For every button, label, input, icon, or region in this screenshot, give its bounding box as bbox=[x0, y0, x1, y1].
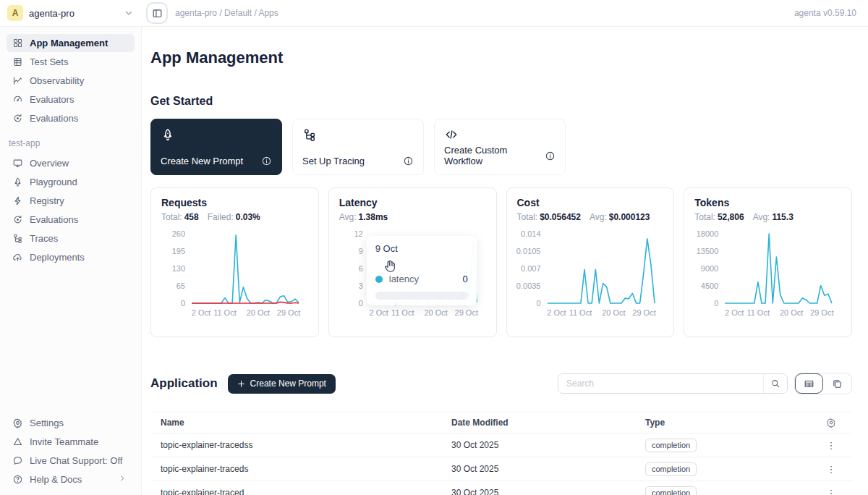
row-menu-button[interactable]: ⋮ bbox=[827, 440, 836, 451]
info-icon[interactable] bbox=[261, 156, 272, 166]
application-header: Application Create New Prompt bbox=[150, 366, 852, 401]
metric-title: Latency bbox=[339, 197, 486, 208]
sidebar-item-overview[interactable]: Overview bbox=[7, 154, 135, 172]
gauge-icon bbox=[12, 94, 23, 105]
search-button[interactable] bbox=[763, 374, 787, 393]
date-modified-cell: 30 Oct 2025 bbox=[451, 464, 645, 474]
get-started-card-label: Create New Prompt bbox=[161, 156, 243, 166]
chart-x-axis: 2 Oct11 Oct20 Oct29 Oct bbox=[368, 306, 484, 317]
sidebar-item-observability[interactable]: Observability bbox=[7, 72, 135, 90]
page-title: App Management bbox=[150, 48, 852, 67]
row-menu-button[interactable]: ⋮ bbox=[827, 488, 836, 495]
sidebar-bottom-nav: SettingsInvite TeammateLive Chat Support… bbox=[7, 414, 135, 489]
metric-stat: Total:52,806 bbox=[694, 212, 744, 222]
sidebar-item-label: Help & Docs bbox=[30, 474, 111, 485]
chart-x-axis: 2 Oct11 Oct20 Oct29 Oct bbox=[546, 306, 662, 317]
chart-plot-requests[interactable] bbox=[190, 231, 306, 306]
metric-stats: Total:$0.056452Avg:$0.000123 bbox=[517, 212, 664, 222]
sidebar-item-evaluations[interactable]: Evaluations bbox=[7, 211, 135, 229]
workspace-selector[interactable]: A agenta-pro bbox=[0, 5, 142, 21]
metric-title: Cost bbox=[517, 197, 664, 208]
sidebar-item-label: Registry bbox=[30, 195, 129, 206]
sidebar-item-registry[interactable]: Registry bbox=[7, 192, 135, 210]
metric-stat: Total:$0.056452 bbox=[517, 212, 581, 222]
chart-y-axis: 1800013500900045000 bbox=[694, 231, 723, 306]
get-started-cards: Create New PromptSet Up TracingCreate Cu… bbox=[150, 119, 852, 175]
metric-stats: Total:52,806Avg:115.3 bbox=[694, 212, 841, 222]
chart-plot-cost[interactable] bbox=[546, 231, 662, 306]
chart-x-axis: 2 Oct11 Oct20 Oct29 Oct bbox=[723, 306, 839, 317]
info-icon[interactable] bbox=[545, 151, 556, 161]
tooltip-footer bbox=[375, 292, 468, 300]
gear-icon bbox=[12, 418, 23, 428]
table-row[interactable]: topic-explainer-traced30 Oct 2025complet… bbox=[150, 481, 852, 495]
column-header-name: Name bbox=[150, 417, 451, 428]
panel-left-icon bbox=[152, 8, 163, 19]
chart-y-axis: 129630 bbox=[339, 231, 368, 306]
search-input[interactable] bbox=[558, 374, 763, 393]
breadcrumb[interactable]: agenta-pro / Default / Apps bbox=[175, 8, 278, 18]
chart-y-axis: 0.0140.01050.0070.00350 bbox=[517, 231, 546, 306]
sidebar-item-deployments[interactable]: Deployments bbox=[7, 248, 135, 266]
get-started-card-set-up-tracing[interactable]: Set Up Tracing bbox=[292, 119, 424, 175]
tooltip-series-row: latency0 bbox=[375, 274, 468, 284]
workspace-name: agenta-pro bbox=[29, 8, 119, 19]
table-settings-button[interactable] bbox=[810, 417, 852, 428]
main-content: App Management Get Started Create New Pr… bbox=[142, 27, 868, 495]
sidebar-item-test-sets[interactable]: Test Sets bbox=[7, 53, 135, 71]
metric-stats: Total:458Failed:0.03% bbox=[161, 212, 308, 222]
type-cell: completion bbox=[645, 439, 810, 452]
trace-icon bbox=[12, 233, 23, 244]
rocket-icon bbox=[161, 127, 175, 142]
sidebar-item-live-chat-support-off[interactable]: Live Chat Support: Off bbox=[7, 452, 135, 470]
type-cell: completion bbox=[645, 462, 810, 476]
create-new-prompt-button[interactable]: Create New Prompt bbox=[228, 374, 336, 394]
sidebar-item-playground[interactable]: Playground bbox=[7, 173, 135, 191]
get-started-card-create-new-prompt[interactable]: Create New Prompt bbox=[150, 119, 282, 175]
tooltip-series-name: latency bbox=[389, 274, 419, 284]
metric-card-requests: RequestsTotal:458Failed:0.03%26019513065… bbox=[150, 187, 319, 337]
get-started-title: Get Started bbox=[150, 95, 852, 108]
sidebar-item-label: Invite Teammate bbox=[30, 436, 129, 447]
sidebar-item-evaluators[interactable]: Evaluators bbox=[7, 90, 135, 109]
date-modified-cell: 30 Oct 2025 bbox=[451, 488, 645, 495]
table-row[interactable]: topic-explainer-tracedss30 Oct 2025compl… bbox=[150, 433, 852, 457]
refresh-dot-icon bbox=[12, 214, 23, 225]
table-row[interactable]: topic-explainer-traceds30 Oct 2025comple… bbox=[150, 457, 852, 481]
metric-card-cost: CostTotal:$0.056452Avg:$0.0001230.0140.0… bbox=[506, 187, 675, 337]
sidebar-item-help-docs[interactable]: Help & Docs bbox=[7, 470, 135, 488]
sidebar-item-settings[interactable]: Settings bbox=[7, 414, 135, 432]
chevron-right-icon bbox=[118, 474, 129, 485]
chevron-down-icon bbox=[124, 9, 133, 17]
sidebar-toggle-button[interactable] bbox=[149, 5, 165, 21]
sidebar-item-label: Test Sets bbox=[30, 56, 129, 67]
app-version: agenta v0.59.10 bbox=[794, 8, 868, 18]
tooltip-date: 9 Oct bbox=[375, 243, 468, 254]
sidebar-main-nav: App ManagementTest SetsObservabilityEval… bbox=[7, 34, 135, 127]
sidebar-item-traces[interactable]: Traces bbox=[7, 229, 135, 248]
sidebar-item-evaluations[interactable]: Evaluations bbox=[7, 109, 135, 127]
application-title: Application bbox=[150, 376, 218, 391]
app-name-cell: topic-explainer-tracedss bbox=[150, 440, 451, 450]
sidebar-item-label: Settings bbox=[30, 418, 129, 428]
sidebar-project-label: test-app bbox=[9, 138, 135, 148]
refresh-dot-icon bbox=[12, 113, 23, 124]
info-icon[interactable] bbox=[403, 156, 414, 166]
get-started-card-create-custom-workflow[interactable]: Create Custom Workflow bbox=[434, 119, 566, 175]
search-box bbox=[558, 373, 788, 394]
metric-card-latency: LatencyAvg:1.38ms1296302 Oct11 Oct20 Oct… bbox=[328, 187, 497, 337]
row-menu-button[interactable]: ⋮ bbox=[827, 464, 836, 475]
chart-x-axis: 2 Oct11 Oct20 Oct29 Oct bbox=[190, 306, 306, 317]
sidebar-item-app-management[interactable]: App Management bbox=[7, 34, 135, 52]
sidebar-item-invite-teammate[interactable]: Invite Teammate bbox=[7, 433, 135, 451]
search-icon bbox=[770, 378, 780, 389]
table-view-button[interactable] bbox=[795, 373, 823, 394]
sidebar-item-label: Evaluations bbox=[30, 214, 129, 225]
sidebar-item-label: Evaluators bbox=[30, 94, 129, 105]
chat-icon bbox=[12, 455, 23, 466]
sidebar-toggle-ring bbox=[146, 2, 168, 24]
bolt-icon bbox=[12, 195, 23, 206]
card-view-button[interactable] bbox=[823, 373, 851, 394]
metric-stat: Avg:115.3 bbox=[753, 212, 793, 222]
chart-plot-tokens[interactable] bbox=[723, 231, 839, 306]
